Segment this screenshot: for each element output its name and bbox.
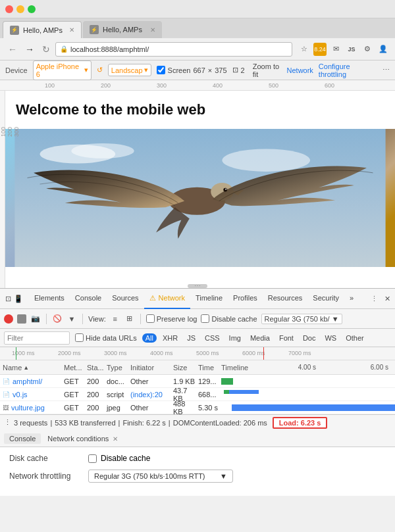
filter-ws[interactable]: WS <box>321 333 340 343</box>
tab-favicon-2: ⚡ <box>90 25 99 34</box>
tab-sources[interactable]: Sources <box>107 288 144 309</box>
filter-xhr[interactable]: XHR <box>159 333 181 343</box>
screen-width: 667 <box>193 66 205 74</box>
filter-css[interactable]: CSS <box>201 333 223 343</box>
tab-console[interactable]: Console <box>70 288 107 309</box>
settings-icon[interactable]: ⚙ <box>361 43 374 56</box>
configure-throttling-link[interactable]: Configure throttling <box>319 62 377 78</box>
tab-inactive[interactable]: ⚡ Hello, AMPs ✕ <box>83 21 162 38</box>
devtools-menu-icon[interactable]: ⋮ <box>369 293 379 304</box>
table-row[interactable]: 📄 v0.js GET 200 script (index):20 43.7 K… <box>0 388 395 401</box>
dot-icon: ⋮ <box>4 418 11 427</box>
close-button[interactable] <box>5 5 13 13</box>
separator-3 <box>140 314 141 324</box>
load-line <box>263 347 264 360</box>
page-title: Welcome to the mobile web <box>16 101 384 118</box>
tab-bar: ⚡ Hello, AMPs ✕ ⚡ Hello, AMPs ✕ <box>0 18 395 38</box>
tab-favicon-1: ⚡ <box>10 26 19 35</box>
device-bar: Device Apple iPhone 6 ▾ ↺ Landscap ▾ Scr… <box>0 60 395 80</box>
tab-resources[interactable]: Resources <box>263 288 308 309</box>
tab-more[interactable]: » <box>344 288 359 309</box>
mobile-icon[interactable]: 📱 <box>13 293 24 304</box>
disk-cache-checkbox[interactable] <box>88 454 97 463</box>
reload-button[interactable]: ↻ <box>40 43 53 56</box>
stop-button[interactable] <box>17 314 26 324</box>
screen-info: Screen 667 × 375 ⊡ 2 Zoom to fit <box>157 62 282 78</box>
table-row[interactable]: 🖼 vulture.jpg GET 200 jpeg Other 488 KB … <box>0 401 395 414</box>
viewport-resize-handle[interactable]: ⋯ <box>188 284 207 288</box>
tab-profiles[interactable]: Profiles <box>228 288 263 309</box>
devtools-close-icon[interactable]: ✕ <box>382 293 392 304</box>
refresh-icon[interactable]: ↺ <box>97 66 103 74</box>
filter-media[interactable]: Media <box>247 333 273 343</box>
screen-checkbox[interactable] <box>157 66 165 74</box>
table-row[interactable]: 📄 amphtml/ GET 200 doc... Other 1.9 KB 1… <box>0 375 395 388</box>
row2-bar-blue <box>229 390 259 394</box>
tab-active[interactable]: ⚡ Hello, AMPs ✕ <box>3 21 82 38</box>
device-selector[interactable]: Apple iPhone 6 ▾ <box>33 60 92 80</box>
extension-icon-1[interactable]: 8.24 <box>313 43 327 56</box>
preserve-log-checkbox[interactable] <box>146 314 155 323</box>
throttle-select[interactable]: Regular 3G (750 kb/ ▼ <box>261 314 342 324</box>
filter-js[interactable]: JS <box>184 333 199 343</box>
hide-urls-checkbox[interactable] <box>75 333 84 342</box>
disable-cache-checkbox[interactable] <box>201 314 209 323</box>
profile-icon[interactable]: 👤 <box>377 43 390 56</box>
clear-icon[interactable]: 🚫 <box>52 314 63 324</box>
tab-close-2[interactable]: ✕ <box>150 26 155 34</box>
filter-all[interactable]: All <box>142 333 157 343</box>
ruler-mark-500: 500 <box>269 82 278 89</box>
filter-doc[interactable]: Doc <box>300 333 319 343</box>
mail-icon[interactable]: ✉ <box>329 43 342 56</box>
filter-img[interactable]: Img <box>226 333 244 343</box>
minimize-button[interactable] <box>16 5 24 13</box>
ruler-vertical: 100 200 300 <box>0 91 5 288</box>
maximize-button[interactable] <box>28 5 36 13</box>
tab-security[interactable]: Security <box>307 288 344 309</box>
tab-close-1[interactable]: ✕ <box>69 26 74 34</box>
back-button[interactable]: ← <box>5 43 20 56</box>
row1-bar <box>221 378 233 385</box>
more-options-icon[interactable]: ⋯ <box>382 66 390 74</box>
record-button[interactable] <box>4 314 13 324</box>
viewport-content: Welcome to the mobile web <box>5 91 395 288</box>
row1-size: 1.9 KB <box>172 377 197 385</box>
requests-count: 3 requests <box>14 419 47 427</box>
transferred-size: 533 KB transferred <box>55 419 115 427</box>
address-bar[interactable]: 🔒 localhost:8888/amphtml/ <box>55 42 292 57</box>
inspect-icon[interactable]: ⊡ <box>3 293 13 304</box>
row1-icon: 📄 <box>3 378 10 385</box>
console-tab[interactable]: Console <box>4 433 41 444</box>
filter-other[interactable]: Other <box>342 333 367 343</box>
zoom-label: Zoom to fit <box>253 62 282 78</box>
network-conditions-close[interactable]: ✕ <box>113 435 118 443</box>
bookmark-icon[interactable]: ☆ <box>298 43 311 56</box>
filter-font[interactable]: Font <box>276 333 297 343</box>
tab-timeline[interactable]: Timeline <box>190 288 228 309</box>
camera-icon[interactable]: 📷 <box>30 314 41 324</box>
table-header: Name ▲ Met... Sta... Type Initiator Size… <box>0 360 395 375</box>
tab-network[interactable]: ⚠ Network <box>144 288 190 309</box>
view-list-icon[interactable]: ≡ <box>110 314 120 324</box>
devtools-left-icons: ⊡ 📱 <box>0 293 26 304</box>
js-icon[interactable]: JS <box>345 43 358 56</box>
filter-icon[interactable]: ▼ <box>66 314 77 324</box>
disable-cache-text2: Disable cache <box>101 454 150 463</box>
row2-time: 668... <box>197 391 220 399</box>
separator-bar2: | <box>118 419 120 427</box>
row2-timeline <box>220 388 395 401</box>
orientation-selector[interactable]: Landscap ▾ <box>108 64 151 76</box>
traffic-lights <box>5 5 36 13</box>
tab-elements[interactable]: Elements <box>29 288 70 309</box>
row3-type: jpeg <box>105 404 129 412</box>
col-header-size: Size <box>172 364 197 372</box>
filter-input[interactable] <box>4 331 70 345</box>
network-conditions-tab[interactable]: Network conditions ✕ <box>42 433 123 444</box>
col-header-status: Sta... <box>86 364 105 372</box>
forward-button[interactable]: → <box>22 43 37 56</box>
preserve-log-label: Preserve log <box>146 314 198 323</box>
view-grid-icon[interactable]: ⊞ <box>124 314 135 324</box>
col-header-timeline: Timeline 4.00 s 6.00 s <box>220 364 395 372</box>
throttle-dropdown[interactable]: Regular 3G (750 kb/s·100ms RTT) ▼ <box>88 470 233 483</box>
ruler-mark-300: 300 <box>157 82 167 89</box>
